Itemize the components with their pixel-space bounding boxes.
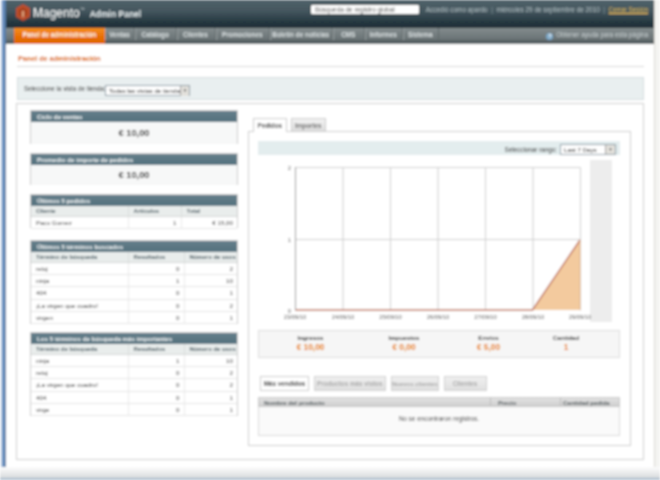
svg-text:26/09/10: 26/09/10 xyxy=(427,314,450,320)
svg-text:23/09/10: 23/09/10 xyxy=(284,314,307,320)
svg-text:24/09/10: 24/09/10 xyxy=(332,314,355,320)
svg-text:29/09/10: 29/09/10 xyxy=(569,314,592,320)
svg-text:2: 2 xyxy=(288,165,291,171)
svg-text:27/09/10: 27/09/10 xyxy=(474,314,497,320)
svg-text:25/09/10: 25/09/10 xyxy=(379,314,402,320)
svg-text:28/09/10: 28/09/10 xyxy=(522,314,545,320)
svg-text:1: 1 xyxy=(288,237,291,243)
